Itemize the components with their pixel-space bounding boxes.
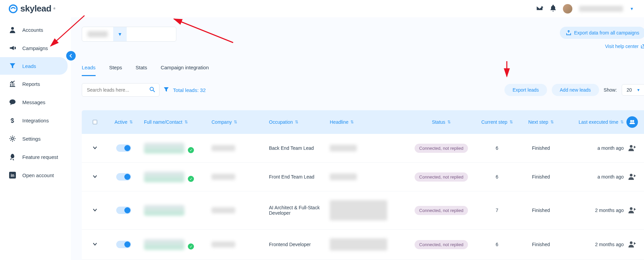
company-redacted [212, 174, 235, 180]
table-row: ✓ Back End Team Lead Connected, not repl… [82, 134, 644, 163]
sidebar-item-messages[interactable]: Messages [0, 93, 71, 111]
svg-text:in: in [11, 173, 15, 178]
svg-point-9 [150, 87, 153, 91]
sort-icon: ⇅ [184, 120, 188, 124]
table-row: ✓ Frontend Developer Connected, not repl… [82, 230, 644, 260]
group-icon[interactable] [626, 116, 638, 128]
help-center-link[interactable]: Visit help center [605, 44, 644, 49]
export-all-campaigns-button[interactable]: Export data from all campaigns [560, 27, 644, 39]
column-actions [624, 116, 641, 128]
assign-person-icon[interactable] [628, 241, 636, 249]
chart-icon [9, 80, 16, 87]
next-step-cell: Finished [519, 174, 563, 180]
main-content: ▼ Export data from all campaigns Visit h… [71, 17, 644, 260]
tab-steps[interactable]: Steps [109, 65, 122, 76]
headline-redacted [330, 238, 387, 251]
megaphone-icon [9, 45, 16, 51]
messages-icon[interactable] [536, 5, 543, 12]
expand-row-icon[interactable] [92, 174, 98, 180]
linkedin-icon: in [9, 172, 16, 179]
user-menu-caret[interactable]: ▼ [630, 6, 634, 11]
svg-point-11 [630, 120, 632, 122]
campaign-selector[interactable]: ▼ [82, 27, 176, 42]
logo-icon [8, 4, 18, 14]
sort-icon: ⇅ [234, 120, 237, 124]
assign-person-icon[interactable] [628, 173, 636, 181]
chevron-down-icon: ▼ [637, 88, 640, 92]
search-input[interactable] [82, 83, 159, 97]
brand-logo[interactable]: skylead® [8, 3, 55, 14]
column-occupation[interactable]: Occupation⇅ [269, 119, 330, 125]
assign-person-icon[interactable] [628, 144, 636, 152]
sidebar-label: Messages [22, 99, 45, 105]
export-leads-button[interactable]: Export leads [504, 84, 547, 96]
add-new-leads-button[interactable]: Add new leads [552, 84, 599, 96]
sidebar-item-accounts[interactable]: Accounts [0, 21, 71, 39]
expand-row-icon[interactable] [92, 207, 98, 214]
user-name-redacted [579, 6, 623, 12]
sidebar-item-campaigns[interactable]: Campaigns [0, 39, 71, 57]
company-redacted [212, 145, 235, 151]
last-executed-cell: 2 months ago [563, 242, 624, 247]
column-headline[interactable]: Headline⇅ [330, 119, 407, 125]
column-status[interactable]: Status⇅ [407, 119, 475, 125]
column-last-executed[interactable]: Last executed time⇅ [563, 119, 624, 125]
external-link-icon [641, 44, 644, 49]
svg-point-3 [11, 138, 14, 140]
column-company[interactable]: Company⇅ [212, 119, 269, 125]
top-row: ▼ Export data from all campaigns Visit h… [82, 27, 644, 49]
sort-icon: ⇅ [350, 120, 354, 124]
column-active[interactable]: Active⇅ [103, 119, 144, 125]
status-badge: Connected, not replied [415, 206, 468, 215]
expand-row-icon[interactable] [92, 145, 98, 151]
table-header: Active⇅ Full name/Contact⇅ Company⇅ Occu… [82, 110, 644, 134]
page-size-select[interactable]: 20 ▼ [622, 84, 644, 96]
svg-point-12 [632, 120, 634, 122]
sort-icon: ⇅ [510, 120, 513, 124]
verified-badge-icon: ✓ [188, 243, 194, 250]
next-step-cell: Finished [519, 208, 563, 213]
headline-redacted [330, 145, 357, 151]
assign-person-icon[interactable] [628, 207, 636, 214]
user-avatar[interactable] [563, 4, 572, 14]
sort-icon: ⇅ [295, 120, 298, 124]
active-toggle[interactable] [116, 207, 131, 214]
active-toggle[interactable] [116, 173, 131, 181]
select-all-checkbox[interactable] [86, 120, 103, 124]
column-full-name[interactable]: Full name/Contact⇅ [144, 119, 212, 125]
sidebar-collapse-button[interactable] [66, 51, 76, 61]
lead-name-redacted[interactable]: ✓ [144, 239, 194, 250]
lead-name-redacted[interactable]: ✓ [144, 143, 194, 153]
sidebar-item-leads[interactable]: Leads [0, 57, 68, 75]
campaign-dropdown-caret[interactable]: ▼ [113, 27, 127, 41]
lead-name-redacted[interactable] [144, 205, 184, 216]
active-toggle[interactable] [116, 144, 131, 152]
sidebar-item-reports[interactable]: Reports [0, 75, 71, 93]
status-badge: Connected, not replied [415, 172, 468, 182]
occupation-cell: Back End Team Lead [269, 145, 330, 151]
search-icon[interactable] [149, 87, 155, 94]
export-icon [566, 30, 571, 36]
current-step-cell: 7 [475, 208, 519, 213]
column-next-step[interactable]: Next step⇅ [519, 119, 563, 125]
total-leads-label: Total leads: 32 [173, 87, 206, 93]
column-current-step[interactable]: Current step⇅ [475, 119, 519, 125]
app-header: skylead® ▼ [0, 0, 644, 17]
filter-icon[interactable] [164, 87, 169, 93]
sidebar-item-feature-request[interactable]: Feature request [0, 148, 71, 166]
expand-row-icon[interactable] [92, 241, 98, 248]
tab-campaign-integration[interactable]: Campaign integration [160, 65, 209, 76]
lead-name-redacted[interactable]: ✓ [144, 171, 194, 182]
sidebar-item-settings[interactable]: Settings [0, 129, 71, 148]
active-toggle[interactable] [116, 241, 131, 248]
header-right: ▼ [536, 4, 634, 14]
tab-leads[interactable]: Leads [82, 65, 96, 76]
sidebar-item-integrations[interactable]: Integrations [0, 111, 71, 129]
sort-icon: ⇅ [447, 120, 451, 124]
table-row: AI Architect & Full-Stack Developer Conn… [82, 191, 644, 230]
notifications-icon[interactable] [550, 5, 556, 13]
verified-badge-icon: ✓ [188, 176, 194, 182]
current-step-cell: 6 [475, 242, 519, 247]
tab-stats[interactable]: Stats [135, 65, 147, 76]
sidebar-item-open-account[interactable]: in Open account [0, 166, 71, 184]
